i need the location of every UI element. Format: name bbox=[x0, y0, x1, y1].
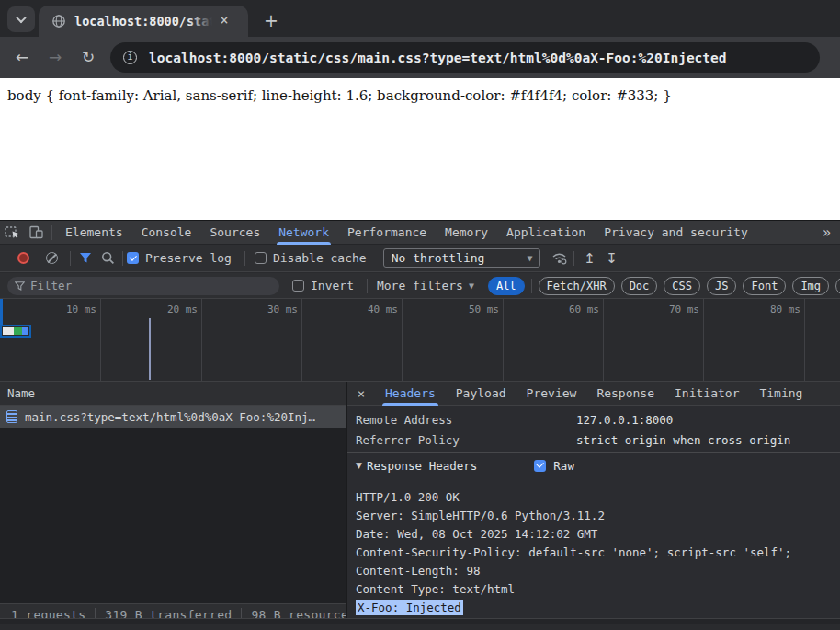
device-toolbar-button[interactable] bbox=[24, 222, 48, 244]
gridline bbox=[100, 299, 101, 381]
tab-response[interactable]: Response bbox=[586, 382, 664, 406]
response-headers-title: Response Headers bbox=[367, 459, 477, 473]
gridline bbox=[703, 299, 704, 381]
export-har-icon[interactable]: ↧ bbox=[600, 250, 622, 267]
network-overview-timeline[interactable]: 10 ms 20 ms 30 ms 40 ms 50 ms 60 ms 70 m… bbox=[0, 299, 840, 382]
chip-doc[interactable]: Doc bbox=[621, 277, 658, 295]
tab-close-icon[interactable]: × bbox=[216, 13, 233, 29]
more-tabs-icon[interactable]: » bbox=[813, 224, 840, 241]
preserve-log-label[interactable]: Preserve log bbox=[145, 251, 232, 265]
new-tab-button[interactable]: + bbox=[259, 9, 283, 33]
more-filters-button[interactable]: More filters bbox=[377, 279, 463, 292]
referrer-policy-value: strict-origin-when-cross-origin bbox=[576, 433, 790, 447]
invert-checkbox[interactable] bbox=[292, 280, 304, 292]
expander-icon[interactable]: ▼ bbox=[356, 461, 362, 470]
preserve-log-checkbox[interactable] bbox=[127, 252, 139, 264]
raw-header-line: Server: SimpleHTTP/0.6 Python/3.11.2 bbox=[356, 507, 840, 525]
close-icon[interactable]: × bbox=[347, 386, 375, 401]
invert-label[interactable]: Invert bbox=[311, 279, 354, 292]
network-conditions-button[interactable] bbox=[548, 251, 570, 265]
tab-search-button[interactable] bbox=[7, 6, 35, 32]
forward-icon[interactable]: → bbox=[44, 47, 66, 69]
chip-js[interactable]: JS bbox=[707, 277, 736, 295]
divider bbox=[244, 251, 245, 266]
chip-all[interactable]: All bbox=[488, 277, 525, 295]
tab-sources[interactable]: Sources bbox=[200, 221, 269, 245]
tab-privacy-security[interactable]: Privacy and security bbox=[595, 221, 757, 245]
raw-header-line: Content-Type: text/html bbox=[356, 580, 840, 599]
tab-elements[interactable]: Elements bbox=[56, 221, 132, 245]
gridline bbox=[503, 299, 504, 381]
tab-payload[interactable]: Payload bbox=[446, 382, 516, 406]
funnel-icon bbox=[79, 252, 92, 264]
tab-timing[interactable]: Timing bbox=[749, 382, 812, 406]
reload-icon[interactable]: ↻ bbox=[77, 47, 99, 69]
chip-media[interactable]: Media bbox=[835, 277, 840, 295]
divider bbox=[70, 251, 71, 266]
load-event-marker bbox=[149, 318, 151, 380]
tick-label: 60 ms bbox=[526, 304, 599, 315]
divider bbox=[531, 279, 532, 293]
search-button[interactable] bbox=[96, 251, 119, 265]
tab-preview[interactable]: Preview bbox=[516, 382, 587, 406]
url-text: localhost:8000/static/css/main.css?type=… bbox=[149, 51, 727, 65]
raw-header-line: Date: Wed, 08 Oct 2025 14:12:02 GMT bbox=[356, 525, 840, 544]
chevron-down-icon: ▼ bbox=[527, 253, 532, 263]
tab-memory[interactable]: Memory bbox=[436, 221, 497, 245]
tab-initiator[interactable]: Initiator bbox=[664, 382, 749, 406]
filter-toggle-button[interactable] bbox=[74, 252, 96, 264]
tab-headers[interactable]: Headers bbox=[375, 382, 446, 406]
general-row: Referrer Policy strict-origin-when-cross… bbox=[347, 430, 840, 450]
gridline bbox=[603, 299, 604, 381]
tab-strip: localhost:8000/static × + bbox=[0, 0, 840, 37]
search-icon bbox=[101, 251, 115, 265]
browser-tab[interactable]: localhost:8000/static × bbox=[39, 6, 248, 37]
devtools-bottom-edge bbox=[0, 618, 840, 624]
record-icon[interactable] bbox=[17, 252, 29, 264]
filter-box[interactable] bbox=[7, 277, 279, 295]
device-toolbar-icon bbox=[28, 224, 44, 240]
disable-cache-checkbox[interactable] bbox=[255, 252, 267, 264]
tick-label: 30 ms bbox=[224, 304, 298, 315]
chip-img[interactable]: Img bbox=[792, 277, 829, 295]
clear-icon[interactable] bbox=[46, 252, 58, 264]
response-headers-section-header[interactable]: ▼ Response Headers Raw bbox=[347, 453, 840, 477]
site-info-icon[interactable]: i bbox=[123, 51, 137, 64]
divider bbox=[367, 279, 368, 293]
import-har-icon[interactable]: ↥ bbox=[578, 250, 600, 267]
throttling-select[interactable]: No throttling ▼ bbox=[383, 248, 541, 268]
waterfall-bar[interactable] bbox=[0, 325, 31, 338]
request-name: main.css?type=text/html%0d%0aX-Foo:%20In… bbox=[25, 410, 315, 424]
address-bar[interactable]: i localhost:8000/static/css/main.css?typ… bbox=[110, 42, 820, 73]
tick-label: 70 ms bbox=[626, 304, 699, 315]
chip-font[interactable]: Font bbox=[743, 277, 786, 295]
divider bbox=[122, 251, 123, 266]
waterfall-ttfb-segment bbox=[14, 327, 22, 335]
devtools-panel: Elements Console Sources Network Perform… bbox=[0, 220, 840, 630]
tab-application[interactable]: Application bbox=[497, 221, 595, 245]
raw-label[interactable]: Raw bbox=[553, 459, 574, 473]
globe-icon bbox=[51, 14, 66, 29]
table-row[interactable]: main.css?type=text/html%0d%0aX-Foo:%20In… bbox=[0, 406, 346, 428]
remote-address-value: 127.0.0.1:8000 bbox=[576, 413, 673, 427]
raw-header-line: Content-Length: 98 bbox=[356, 562, 840, 580]
general-row: Remote Address 127.0.0.1:8000 bbox=[347, 409, 840, 430]
selection-strip bbox=[0, 299, 3, 325]
back-icon[interactable]: ← bbox=[11, 47, 33, 69]
tab-console[interactable]: Console bbox=[132, 221, 201, 245]
chip-fetch-xhr[interactable]: Fetch/XHR bbox=[539, 277, 615, 295]
tab-network[interactable]: Network bbox=[269, 221, 338, 245]
name-column-header[interactable]: Name bbox=[0, 382, 346, 406]
tick-label: 10 ms bbox=[23, 304, 96, 315]
gridline bbox=[402, 299, 403, 381]
disable-cache-label[interactable]: Disable cache bbox=[273, 251, 367, 265]
document-icon bbox=[6, 410, 17, 423]
chevron-down-icon bbox=[16, 13, 26, 23]
divider bbox=[573, 251, 574, 266]
chip-css[interactable]: CSS bbox=[664, 277, 700, 295]
tab-performance[interactable]: Performance bbox=[338, 221, 436, 245]
raw-checkbox[interactable] bbox=[534, 460, 546, 472]
inspect-element-button[interactable] bbox=[0, 222, 24, 244]
devtools-tabbar: Elements Console Sources Network Perform… bbox=[0, 221, 840, 245]
filter-input[interactable] bbox=[30, 279, 251, 292]
